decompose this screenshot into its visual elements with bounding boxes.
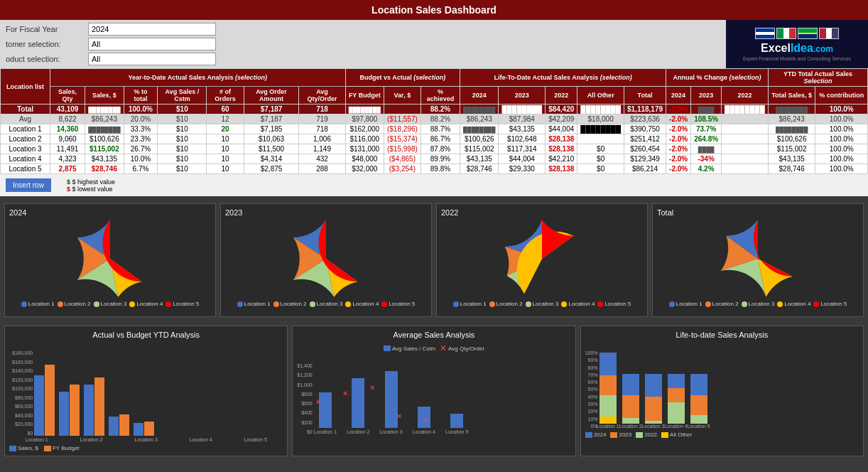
col-location: Location list bbox=[1, 69, 50, 104]
table-row: Location 44,323$43,13510.0%$1010$4,31443… bbox=[1, 154, 868, 164]
table-row: Total43,109████████100.0%$1060$7,187718█… bbox=[1, 104, 868, 114]
table-row: Location 52,875$28,7466.7%$1010$2,875288… bbox=[1, 164, 868, 174]
data-table: Location list Year-to-Date Actual Sales … bbox=[0, 68, 868, 174]
pie-chart-2024: 2024 Location 1 Location 2 bbox=[4, 203, 216, 317]
customer-label: tomer selection: bbox=[6, 40, 84, 48]
avg-bar-loc5 bbox=[450, 414, 463, 428]
pie-chart-2023: 2023 Location 1 Location 2 Location 3 Lo… bbox=[220, 203, 432, 317]
product-input[interactable] bbox=[88, 53, 216, 65]
actual-budget-chart: Actual vs Budget YTD Analysis $180,000$1… bbox=[4, 326, 288, 456]
insert-row-button[interactable]: Insert row bbox=[6, 178, 51, 192]
product-label: oduct selection: bbox=[6, 55, 84, 63]
pie-2023-title: 2023 bbox=[225, 208, 427, 217]
bar-loc3-budget bbox=[94, 377, 104, 436]
table-row: Location 311,491$115,00226.7%$1010$11,50… bbox=[1, 144, 868, 154]
location-name: Total bbox=[1, 104, 50, 114]
ltd-header: Life-To-Date Actual Sales Analysis (sele… bbox=[460, 69, 666, 87]
bar-loc5-budget bbox=[144, 422, 154, 436]
bar-loc1-budget bbox=[45, 365, 55, 436]
ltd-loc1-2024 bbox=[600, 353, 617, 375]
pie-chart-2022: 2022 Location 1 Location 2 bbox=[436, 203, 648, 317]
location-name: Location 5 bbox=[1, 164, 50, 174]
ytd-total-header: YTD Total Actual Sales Selection bbox=[768, 69, 867, 87]
bar-loc2-actual bbox=[59, 392, 69, 436]
fiscal-year-input[interactable] bbox=[88, 23, 216, 36]
table-row: Location 114,360████████33.3%$1020$7,185… bbox=[1, 124, 868, 134]
fiscal-year-label: For Fiscal Year bbox=[6, 25, 84, 33]
dashboard-title: Location Sales Dashboard bbox=[0, 0, 868, 20]
pie-2022-title: 2022 bbox=[441, 208, 643, 217]
logo-area: ExcelIdea.com Expert Financial Models an… bbox=[726, 20, 868, 68]
bar-loc4-budget bbox=[119, 414, 129, 436]
avg-sales-title: Average Sales Analysis bbox=[297, 331, 570, 339]
ytd-header: Year-to-Date Actual Sales Analysis (sele… bbox=[50, 69, 346, 87]
bar-loc5-actual bbox=[134, 423, 143, 436]
customer-input[interactable] bbox=[88, 38, 216, 50]
ltd-sales-title: Life-to-date Sales Analysis bbox=[585, 331, 859, 339]
table-row: Location 29,060$100,62623.3%$1010$10,063… bbox=[1, 134, 868, 144]
ltd-loc1-2022 bbox=[600, 395, 617, 417]
pie-chart-total: Total Location 1 Location 2 Location 3 L… bbox=[652, 203, 864, 317]
location-name: Location 1 bbox=[1, 124, 50, 134]
legend-highest: $ $ highest value bbox=[67, 178, 115, 186]
location-name: Location 3 bbox=[1, 144, 50, 154]
annual-header: Annual % Change (selection) bbox=[666, 69, 769, 87]
actual-budget-title: Actual vs Budget YTD Analysis bbox=[9, 331, 283, 339]
table-row: Avg8,622$86,24320.0%$1012$7,187719$97,80… bbox=[1, 114, 868, 124]
pie-total-title: Total bbox=[657, 208, 859, 217]
ltd-loc1-other bbox=[600, 417, 617, 424]
bar-loc1-actual bbox=[34, 375, 44, 436]
bottom-charts-section: Actual vs Budget YTD Analysis $180,000$1… bbox=[0, 321, 868, 461]
ltd-loc1-2023 bbox=[600, 375, 617, 395]
location-name: Avg bbox=[1, 114, 50, 124]
avg-bar-loc2 bbox=[352, 378, 364, 428]
pie-2024-title: 2024 bbox=[9, 208, 211, 217]
main-table-section: Location list Year-to-Date Actual Sales … bbox=[0, 68, 868, 196]
legend-lowest: $ $ lowest value bbox=[67, 186, 115, 193]
ltd-sales-chart: Life-to-date Sales Analysis 100%90%80%70… bbox=[580, 326, 864, 456]
avg-sales-chart: Average Sales Analysis Avg Sales / Cstm … bbox=[292, 326, 575, 456]
location-name: Location 4 bbox=[1, 154, 50, 164]
budget-header: Budget vs Actual (selection) bbox=[345, 69, 460, 87]
bar-loc2-budget bbox=[70, 385, 80, 436]
pie-charts-section: 2024 Location 1 Location 2 bbox=[0, 199, 868, 321]
bar-loc4-actual bbox=[109, 417, 119, 436]
location-name: Location 2 bbox=[1, 134, 50, 144]
bar-loc3-actual bbox=[84, 385, 94, 436]
